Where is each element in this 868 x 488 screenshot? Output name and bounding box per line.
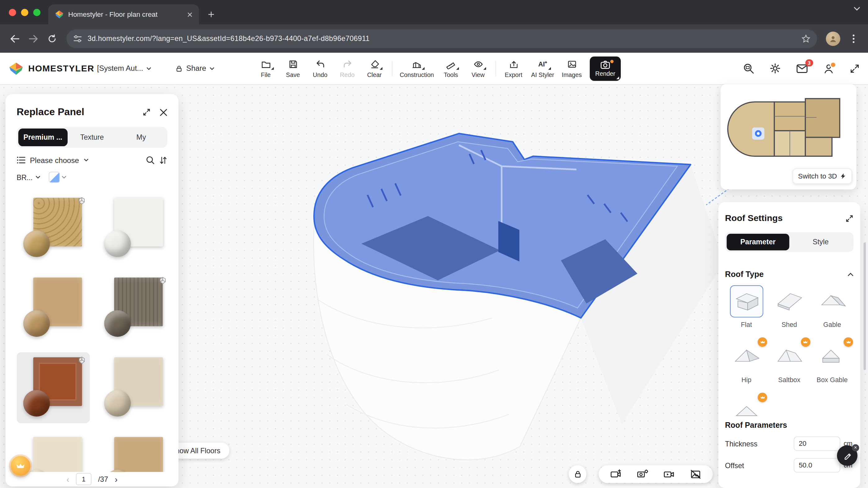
tab-style[interactable]: Style [789, 234, 852, 251]
tab-search-chevron-icon[interactable] [854, 6, 860, 11]
tab-premium[interactable]: Premium ... [18, 128, 67, 146]
video-camera-button[interactable] [663, 469, 675, 479]
add-camera-button[interactable] [611, 469, 622, 479]
hide-images-button[interactable] [690, 469, 701, 479]
roof-type-saltbox[interactable]: Saltbox [768, 340, 811, 395]
thickness-input[interactable] [794, 436, 840, 451]
toolbar-images-button[interactable]: Images [558, 59, 585, 78]
browser-menu-icon[interactable] [845, 29, 862, 47]
brand-filter-dropdown[interactable]: BR... [17, 173, 33, 181]
browser-tab[interactable]: Homestyler - Floor plan creat [48, 4, 199, 24]
tab-my[interactable]: My [117, 128, 166, 146]
material-swatch-selected[interactable] [17, 352, 90, 423]
sort-icon[interactable] [159, 156, 167, 164]
roof-type-hip[interactable]: Hip [725, 340, 768, 395]
zoom-window-button[interactable] [33, 9, 40, 16]
roof-type-partial[interactable] [725, 395, 768, 416]
browser-profile-avatar[interactable] [826, 31, 840, 46]
material-swatch[interactable] [17, 272, 90, 343]
lock-icon [175, 64, 183, 73]
category-list-icon[interactable] [17, 156, 26, 164]
close-window-button[interactable] [9, 9, 16, 16]
address-bar[interactable]: 3d.homestyler.com/?lang=en_US&assetId=61… [66, 29, 817, 48]
toolbar-tools-button[interactable]: Tools [437, 59, 465, 78]
header-right-icons: 3 [743, 53, 860, 84]
tab-close-icon[interactable] [185, 9, 194, 19]
account-icon[interactable] [823, 63, 834, 74]
camera-settings-button[interactable] [637, 469, 649, 479]
offset-row: Offset cm [725, 458, 854, 472]
homestyler-logo[interactable]: HOMESTYLER [9, 53, 94, 84]
roof-type-flat[interactable]: Flat [725, 284, 768, 339]
browser-navbar: 3d.homestyler.com/?lang=en_US&assetId=61… [0, 25, 868, 53]
material-swatch[interactable] [97, 272, 167, 343]
toolbar-view-button[interactable]: View [464, 59, 492, 78]
floorplan-minimap[interactable]: Switch to 3D [721, 84, 857, 189]
tab-texture[interactable]: Texture [67, 128, 116, 146]
toolbar-file-button[interactable]: File [252, 59, 280, 78]
tab-parameter[interactable]: Parameter [726, 234, 789, 251]
close-feedback-icon[interactable]: × [852, 444, 859, 451]
prev-page-icon[interactable]: ‹ [66, 474, 69, 484]
category-select[interactable]: Please choose [30, 156, 79, 164]
settings-gear-icon[interactable] [769, 63, 781, 74]
color-filter-dropdown[interactable] [49, 172, 66, 183]
chevron-down-icon [209, 67, 214, 70]
bookmark-star-icon[interactable] [802, 34, 811, 43]
toolbar-ai-styler-button[interactable]: AI AI Styler [527, 59, 558, 78]
color-chip [49, 172, 60, 183]
close-panel-icon[interactable] [160, 108, 167, 116]
reload-button[interactable] [43, 29, 61, 47]
search-icon[interactable] [146, 155, 155, 165]
gable-roof-icon [815, 285, 849, 317]
fullscreen-icon[interactable] [849, 63, 860, 74]
share-button[interactable]: Share [175, 53, 215, 84]
roof-type-gable[interactable]: Gable [811, 284, 854, 339]
shed-roof-icon [773, 285, 806, 317]
toolbar-export-button[interactable]: Export [500, 59, 527, 78]
crown-icon [16, 462, 25, 470]
expand-panel-icon[interactable] [143, 108, 151, 116]
toolbar-label: Save [286, 71, 300, 78]
back-button[interactable] [6, 29, 23, 47]
toolbar-construction-button[interactable]: Construction [397, 59, 437, 78]
brand-name: HOMESTYLER [28, 63, 94, 73]
minimize-window-button[interactable] [21, 9, 28, 16]
material-swatch[interactable] [97, 193, 167, 263]
material-swatch[interactable] [97, 352, 167, 423]
roof-type-shed[interactable]: Shed [768, 284, 811, 339]
lock-view-button[interactable] [569, 465, 586, 483]
seamless-badge-icon [158, 276, 167, 285]
roof-panel-scrollbar[interactable] [864, 243, 866, 370]
toolbar-undo-button[interactable]: Undo [307, 59, 334, 78]
site-settings-icon[interactable] [73, 35, 82, 42]
next-page-icon[interactable]: › [115, 474, 118, 484]
toolbar-redo-button[interactable]: Redo [334, 59, 361, 78]
forward-button[interactable] [25, 29, 42, 47]
membership-crown-button[interactable] [10, 456, 30, 476]
roof-type-label: Saltbox [778, 376, 800, 384]
switch-to-3d-button[interactable]: Switch to 3D [793, 168, 852, 184]
toolbar-save-button[interactable]: Save [280, 59, 307, 78]
page-number-input[interactable] [76, 473, 92, 485]
new-tab-button[interactable] [204, 6, 219, 22]
messages-icon[interactable]: 3 [796, 63, 808, 73]
toolbar-clear-button[interactable]: Clear [361, 59, 388, 78]
pagination: ‹ /37 › [6, 472, 178, 486]
roof-type-box-gable[interactable]: Box Gable [811, 340, 854, 395]
expand-roof-panel-icon[interactable] [845, 214, 854, 223]
toolbar-divider [392, 60, 393, 76]
feedback-edit-button[interactable]: × [837, 446, 858, 466]
material-sphere-preview [23, 310, 50, 337]
material-swatch[interactable] [97, 432, 167, 472]
offset-input[interactable] [794, 458, 840, 472]
toolbar-label: Images [562, 71, 582, 78]
material-swatch[interactable] [17, 193, 90, 263]
project-name-dropdown[interactable]: [System Aut... [97, 53, 152, 84]
render-button[interactable]: Render [590, 56, 621, 81]
material-sphere-preview [104, 310, 131, 337]
material-sphere-preview [23, 230, 50, 257]
roof-type-label: Box Gable [816, 376, 847, 384]
collapse-chevron-icon[interactable] [847, 272, 854, 276]
design-search-icon[interactable] [743, 63, 754, 74]
